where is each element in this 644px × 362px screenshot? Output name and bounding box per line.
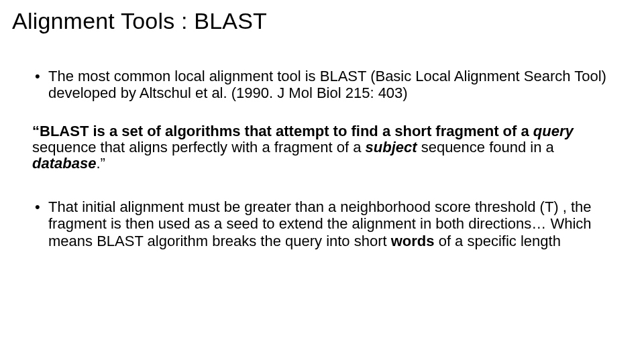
slide: Alignment Tools : BLAST • The most commo… [0, 0, 644, 362]
term-words: words [391, 233, 435, 249]
slide-body: • The most common local alignment tool i… [12, 68, 624, 249]
quote-text: sequence found in a [417, 139, 554, 156]
bullet-dot-icon: • [35, 198, 40, 215]
quote-text: .” [96, 155, 105, 172]
body-text: of a specific length [435, 233, 561, 249]
term-query: query [533, 123, 574, 139]
slide-title: Alignment Tools : BLAST [12, 8, 624, 34]
quote-paragraph: “BLAST is a set of algorithms that attem… [32, 123, 617, 172]
quote-text: “BLAST is a set of algorithms that attem… [32, 123, 533, 139]
quote-text: sequence that aligns perfectly with a fr… [32, 139, 366, 156]
term-subject: subject [366, 139, 417, 156]
bullet-item-2: • That initial alignment must be greater… [32, 198, 617, 249]
term-database: database [32, 155, 96, 172]
bullet-item-1: • The most common local alignment tool i… [32, 68, 617, 102]
body-text: The most common local alignment tool is … [48, 68, 606, 101]
bullet-dot-icon: • [35, 68, 40, 84]
